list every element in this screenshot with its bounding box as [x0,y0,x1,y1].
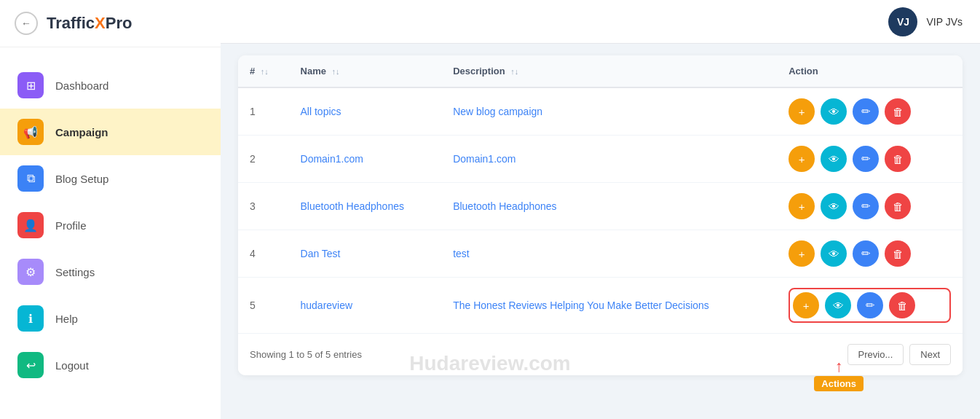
logo-x: X [95,14,106,32]
sidebar-item-help[interactable]: ℹ Help [0,295,221,342]
delete-button[interactable]: 🗑 [885,193,911,219]
row-name: hudareview [289,278,442,334]
sidebar-item-profile[interactable]: 👤 Profile [0,202,221,248]
sidebar-item-logout[interactable]: ↩ Logout [0,342,221,388]
add-button[interactable]: + [793,292,819,318]
profile-icon: 👤 [17,212,44,238]
settings-icon: ⚙ [17,259,44,285]
table-row: 2 Domain1.com Domain1.com + 👁 ✏ 🗑 [238,136,963,183]
avatar: VJ [888,7,917,36]
action-buttons: + 👁 ✏ 🗑 [789,240,951,267]
sidebar-label-campaign: Campaign [55,126,108,138]
add-button[interactable]: + [789,146,815,172]
logo-pro: Pro [106,14,133,32]
topbar: VJ VIP JVs [221,0,980,44]
annotation-container: ↑ Actions [814,357,864,391]
sidebar-label-settings: Settings [55,266,95,278]
col-name: Name ↑↓ [289,55,442,87]
row-description: Domain1.com [441,136,777,183]
row-description: New blog campaign [441,87,777,136]
blog-setup-icon: ⧉ [17,165,44,192]
row-actions: + 👁 ✏ 🗑 [777,87,963,136]
sort-icon-num: ↑↓ [261,67,269,76]
edit-button[interactable]: ✏ [853,146,879,172]
table-row: 1 All topics New blog campaign + 👁 ✏ 🗑 [238,87,963,136]
edit-button[interactable]: ✏ [853,240,879,267]
row-actions: + 👁 ✏ 🗑 [777,136,963,183]
next-button[interactable]: Next [909,344,951,365]
edit-button[interactable]: ✏ [857,292,883,318]
row-actions: + 👁 ✏ 🗑 [777,183,963,230]
edit-button[interactable]: ✏ [853,193,879,219]
col-description: Description ↑↓ [441,55,777,87]
campaigns-table: # ↑↓ Name ↑↓ Description ↑↓ Action [238,55,963,333]
col-action: Action [777,55,963,87]
add-button[interactable]: + [789,240,815,267]
username: VIP JVs [926,16,963,28]
row-actions: + 👁 ✏ 🗑 [777,278,963,334]
col-num: # ↑↓ [238,55,289,87]
row-num: 3 [238,183,289,230]
sidebar-label-blog-setup: Blog Setup [55,173,108,185]
arrow-up-icon: ↑ [835,357,843,376]
row-name: Dan Test [289,230,442,278]
sidebar-label-help: Help [55,313,78,325]
sidebar-item-settings[interactable]: ⚙ Settings [0,248,221,295]
sidebar-label-logout: Logout [55,359,89,372]
row-name: All topics [289,87,442,136]
view-button[interactable]: 👁 [821,193,847,219]
row-num: 4 [238,230,289,278]
dashboard-icon: ⊞ [17,72,44,98]
view-button[interactable]: 👁 [825,292,851,318]
main-content: VJ VIP JVs # ↑↓ Name ↑↓ [221,0,980,419]
back-button[interactable]: ← [15,12,38,35]
sidebar-item-campaign[interactable]: 📢 Campaign [0,109,221,155]
help-icon: ℹ [17,305,44,332]
sidebar: ← TrafficXPro ⊞ Dashboard 📢 Campaign ⧉ B… [0,0,221,419]
sidebar-item-dashboard[interactable]: ⊞ Dashboard [0,62,221,109]
sidebar-label-profile: Profile [55,219,87,232]
user-area: VJ VIP JVs [888,7,963,36]
row-name: Domain1.com [289,136,442,183]
sidebar-label-dashboard: Dashboard [55,79,108,92]
showing-text: Showing 1 to 5 of 5 entries [250,349,362,360]
row-actions: + 👁 ✏ 🗑 [777,230,963,278]
content-area: # ↑↓ Name ↑↓ Description ↑↓ Action [221,44,980,419]
table-row: 5 hudareview The Honest Reviews Helping … [238,278,963,334]
action-buttons: + 👁 ✏ 🗑 [789,98,951,125]
delete-button[interactable]: 🗑 [885,146,911,172]
delete-button[interactable]: 🗑 [885,98,911,125]
app-logo: TrafficXPro [47,14,132,33]
edit-button[interactable]: ✏ [853,98,879,125]
row-name: Bluetooth Headphones [289,183,442,230]
view-button[interactable]: 👁 [821,98,847,125]
table-header: # ↑↓ Name ↑↓ Description ↑↓ Action [238,55,963,87]
logout-icon: ↩ [17,352,44,378]
nav-menu: ⊞ Dashboard 📢 Campaign ⧉ Blog Setup 👤 Pr… [0,47,221,419]
delete-button[interactable]: 🗑 [889,292,915,318]
row-description: Bluetooth Headphones [441,183,777,230]
add-button[interactable]: + [789,193,815,219]
sidebar-item-blog-setup[interactable]: ⧉ Blog Setup [0,155,221,202]
campaigns-table-container: # ↑↓ Name ↑↓ Description ↑↓ Action [238,55,963,375]
table-row: 4 Dan Test test + 👁 ✏ 🗑 [238,230,963,278]
sort-icon-name: ↑↓ [332,67,340,76]
row-num: 1 [238,87,289,136]
table-row: 3 Bluetooth Headphones Bluetooth Headpho… [238,183,963,230]
row-description: test [441,230,777,278]
action-buttons: + 👁 ✏ 🗑 [789,288,951,323]
row-num: 5 [238,278,289,334]
row-num: 2 [238,136,289,183]
delete-button[interactable]: 🗑 [885,240,911,267]
sort-icon-desc: ↑↓ [510,67,518,76]
table-body: 1 All topics New blog campaign + 👁 ✏ 🗑 2… [238,87,963,333]
logo-traffic: Traffic [47,14,95,32]
campaign-icon: 📢 [17,119,44,145]
row-description: The Honest Reviews Helping You Make Bett… [441,278,777,334]
view-button[interactable]: 👁 [821,146,847,172]
action-buttons: + 👁 ✏ 🗑 [789,193,951,219]
add-button[interactable]: + [789,98,815,125]
view-button[interactable]: 👁 [821,240,847,267]
actions-label: Actions [814,376,864,391]
sidebar-header: ← TrafficXPro [0,0,221,47]
